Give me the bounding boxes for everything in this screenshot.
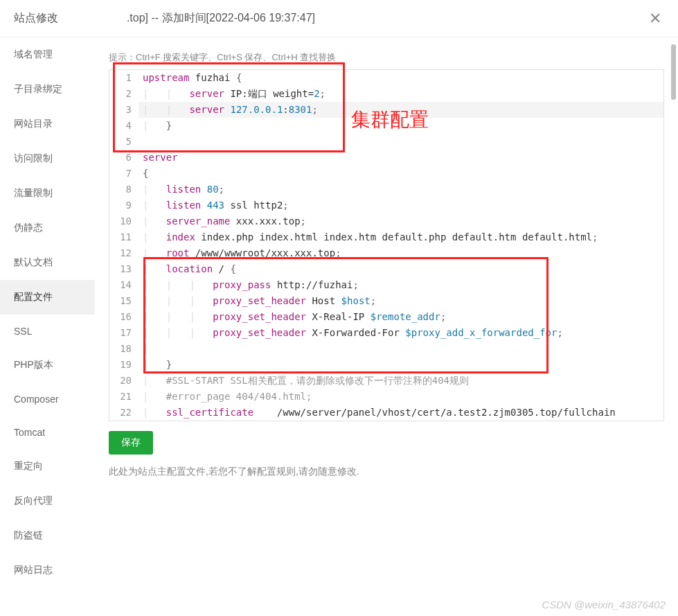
- line-number: 16: [109, 309, 139, 325]
- line-number: 8: [109, 182, 139, 197]
- line-content[interactable]: | location / {: [139, 261, 663, 277]
- line-content[interactable]: | }: [139, 357, 663, 373]
- sidebar-item-3[interactable]: 访问限制: [0, 141, 95, 176]
- code-line-22[interactable]: 22| ssl_certificate /www/server/panel/vh…: [109, 405, 663, 421]
- code-line-19[interactable]: 19| }: [109, 357, 663, 373]
- line-number: 9: [109, 197, 139, 213]
- line-content[interactable]: | #error_page 404/404.html;: [139, 389, 663, 405]
- code-line-7[interactable]: 7{: [109, 166, 663, 182]
- code-line-9[interactable]: 9| listen 443 ssl http2;: [109, 197, 663, 213]
- line-number: 12: [109, 245, 139, 261]
- line-number: 21: [109, 389, 139, 405]
- code-line-15[interactable]: 15| | | proxy_set_header Host $host;: [109, 293, 663, 309]
- code-line-1[interactable]: 1upstream fuzhai {: [109, 70, 663, 86]
- modal-header: 站点修改 .top] -- 添加时间[2022-04-06 19:37:47] …: [0, 0, 678, 37]
- hint-text: 提示：Ctrl+F 搜索关键字、Ctrl+S 保存、Ctrl+H 查找替换: [109, 51, 664, 64]
- line-content[interactable]: | | | proxy_set_header X-Forwarded-For $…: [139, 325, 663, 341]
- code-line-20[interactable]: 20| #SSL-START SSL相关配置，请勿删除或修改下一行带注释的404…: [109, 373, 663, 389]
- line-content[interactable]: | | server IP:端口 weight=2;: [139, 86, 663, 102]
- line-content[interactable]: {: [139, 166, 663, 182]
- sidebar-item-7[interactable]: 配置文件: [0, 280, 95, 315]
- line-number: 11: [109, 229, 139, 245]
- sidebar-item-0[interactable]: 域名管理: [0, 37, 95, 72]
- line-number: 5: [109, 134, 139, 150]
- code-line-3[interactable]: 3| | server 127.0.0.1:8301;: [109, 102, 663, 118]
- line-number: 1: [109, 70, 139, 86]
- code-line-8[interactable]: 8| listen 80;: [109, 182, 663, 197]
- line-content[interactable]: | #SSL-START SSL相关配置，请勿删除或修改下一行带注释的404规则: [139, 373, 663, 389]
- line-number: 14: [109, 277, 139, 293]
- sidebar-item-2[interactable]: 网站目录: [0, 107, 95, 141]
- code-line-16[interactable]: 16| | | proxy_set_header X-Real-IP $remo…: [109, 309, 663, 325]
- line-content[interactable]: | }: [139, 118, 663, 134]
- line-content[interactable]: upstream fuzhai {: [139, 70, 663, 86]
- line-content[interactable]: | root /www/wwwroot/xxx.xxx.top;: [139, 245, 663, 261]
- sidebar-item-11[interactable]: Tomcat: [0, 416, 95, 449]
- code-editor[interactable]: 1upstream fuzhai {2| | server IP:端口 weig…: [109, 69, 664, 421]
- line-number: 3: [109, 102, 139, 118]
- line-content[interactable]: | ssl_certificate /www/server/panel/vhos…: [139, 405, 663, 421]
- line-content[interactable]: |: [139, 341, 663, 357]
- line-number: 10: [109, 213, 139, 229]
- code-line-10[interactable]: 10| server_name xxx.xxx.top;: [109, 213, 663, 229]
- line-number: 15: [109, 293, 139, 309]
- line-content[interactable]: | listen 443 ssl http2;: [139, 197, 663, 213]
- line-content[interactable]: | index index.php index.html index.htm d…: [139, 229, 663, 245]
- sidebar-item-12[interactable]: 重定向: [0, 449, 95, 484]
- modal-title: 站点修改 .top] -- 添加时间[2022-04-06 19:37:47]: [14, 11, 315, 26]
- line-number: 2: [109, 86, 139, 102]
- line-content[interactable]: | | | proxy_set_header X-Real-IP $remote…: [139, 309, 663, 325]
- code-line-21[interactable]: 21| #error_page 404/404.html;: [109, 389, 663, 405]
- scrollbar-thumb[interactable]: [671, 44, 676, 100]
- line-content[interactable]: | server_name xxx.xxx.top;: [139, 213, 663, 229]
- line-content[interactable]: server: [139, 150, 663, 166]
- line-number: 22: [109, 405, 139, 421]
- line-content[interactable]: | | | proxy_set_header Host $host;: [139, 293, 663, 309]
- sidebar-item-14[interactable]: 防盗链: [0, 518, 95, 553]
- line-content[interactable]: | | | proxy_pass http://fuzhai;: [139, 277, 663, 293]
- sidebar-item-6[interactable]: 默认文档: [0, 245, 95, 280]
- close-icon[interactable]: ✕: [646, 7, 664, 30]
- sidebar-item-13[interactable]: 反向代理: [0, 484, 95, 518]
- title-suffix: .top] -- 添加时间[2022-04-06 19:37:47]: [127, 12, 315, 24]
- code-line-12[interactable]: 12| root /www/wwwroot/xxx.xxx.top;: [109, 245, 663, 261]
- code-line-6[interactable]: 6server: [109, 150, 663, 166]
- line-number: 20: [109, 373, 139, 389]
- code-line-4[interactable]: 4| }: [109, 118, 663, 134]
- line-number: 18: [109, 341, 139, 357]
- line-number: 17: [109, 325, 139, 341]
- line-number: 13: [109, 261, 139, 277]
- sidebar-item-4[interactable]: 流量限制: [0, 176, 95, 211]
- watermark: CSDN @weixin_43876402: [542, 599, 666, 610]
- sidebar-item-1[interactable]: 子目录绑定: [0, 72, 95, 107]
- code-line-2[interactable]: 2| | server IP:端口 weight=2;: [109, 86, 663, 102]
- line-content[interactable]: | listen 80;: [139, 182, 663, 197]
- line-number: 7: [109, 166, 139, 182]
- sidebar-item-9[interactable]: PHP版本: [0, 348, 95, 382]
- code-line-5[interactable]: 5: [109, 134, 663, 150]
- save-button[interactable]: 保存: [109, 431, 153, 455]
- code-line-18[interactable]: 18|: [109, 341, 663, 357]
- sidebar-item-5[interactable]: 伪静态: [0, 211, 95, 245]
- code-line-11[interactable]: 11| index index.php index.html index.htm…: [109, 229, 663, 245]
- code-line-13[interactable]: 13| location / {: [109, 261, 663, 277]
- line-content[interactable]: | | server 127.0.0.1:8301;: [139, 102, 663, 118]
- code-line-14[interactable]: 14| | | proxy_pass http://fuzhai;: [109, 277, 663, 293]
- code-line-17[interactable]: 17| | | proxy_set_header X-Forwarded-For…: [109, 325, 663, 341]
- line-number: 19: [109, 357, 139, 373]
- warning-text: 此处为站点主配置文件,若您不了解配置规则,请勿随意修改.: [109, 466, 664, 478]
- sidebar-item-10[interactable]: Composer: [0, 382, 95, 416]
- sidebar: 域名管理子目录绑定网站目录访问限制流量限制伪静态默认文档配置文件SSLPHP版本…: [0, 37, 95, 616]
- sidebar-item-8[interactable]: SSL: [0, 315, 95, 348]
- sidebar-item-15[interactable]: 网站日志: [0, 553, 95, 588]
- line-number: 6: [109, 150, 139, 166]
- line-number: 4: [109, 118, 139, 134]
- title-prefix: 站点修改: [14, 12, 58, 24]
- line-content[interactable]: [139, 134, 663, 150]
- scrollbar[interactable]: [671, 44, 676, 610]
- content-area: 提示：Ctrl+F 搜索关键字、Ctrl+S 保存、Ctrl+H 查找替换 1u…: [95, 37, 678, 616]
